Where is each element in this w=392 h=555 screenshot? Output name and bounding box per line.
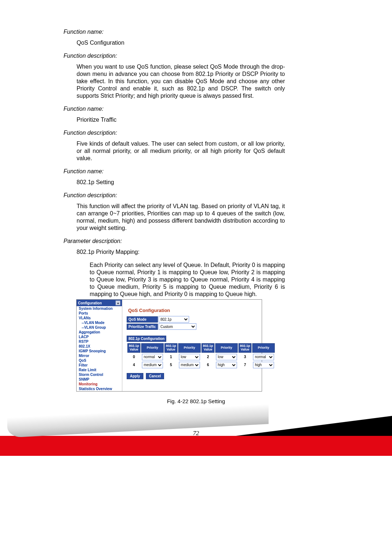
sidebar-item-vlan-group[interactable]: --VLAN Group xyxy=(77,325,122,330)
sidebar-title: Configuration xyxy=(78,301,102,305)
qos-configuration-screenshot: Configuration ▴ System InformationPortsV… xyxy=(76,299,262,392)
sidebar-item-igmp-snooping[interactable]: IGMP Snooping xyxy=(77,349,122,353)
sidebar-header: Configuration ▴ xyxy=(77,300,122,306)
col-header-value: 802.1pValue xyxy=(127,343,140,353)
function-name-label: Function name: xyxy=(64,168,285,175)
priority-mapping-text: Each Priority can select any level of Qu… xyxy=(90,262,285,298)
configuration-table: 802.1pValuePriority802.1pValuePriority80… xyxy=(127,343,275,369)
function-name-label: Function name: xyxy=(64,28,285,36)
prioritize-traffic-select[interactable]: Custom xyxy=(159,323,196,330)
sidebar: Configuration ▴ System InformationPortsV… xyxy=(77,300,122,391)
col-header-priority: Priority xyxy=(252,343,275,353)
table-row: 0normal1low2low3normal xyxy=(127,353,275,361)
sidebar-item-monitoring[interactable]: Monitoring xyxy=(77,382,122,386)
sidebar-item-ports[interactable]: Ports xyxy=(77,311,122,316)
function-description-text: Five kinds of default values. The user c… xyxy=(77,140,285,162)
button-row: Apply Cancel xyxy=(127,373,275,379)
prioritize-traffic-row: Prioritize Traffic Custom xyxy=(127,323,275,330)
priority-select[interactable]: normal xyxy=(142,354,163,360)
col-header-value: 802.1pValue xyxy=(201,343,215,353)
value-cell: 7 xyxy=(238,361,252,369)
function-description-label: Function description: xyxy=(64,192,285,199)
value-cell: 0 xyxy=(127,353,140,361)
function-description-text: This function will affect the priority o… xyxy=(77,203,285,232)
qos-mode-row: QoS Mode 802.1p xyxy=(127,316,275,323)
col-header-priority: Priority xyxy=(141,343,164,353)
figure-caption: Fig. 4-22 802.1p Setting xyxy=(0,398,392,404)
sidebar-item-aggregation[interactable]: Aggregation xyxy=(77,330,122,335)
priority-select[interactable]: low xyxy=(179,354,200,360)
sidebar-item-vlans[interactable]: VLANs xyxy=(77,316,122,320)
sidebar-item-filter[interactable]: Filter xyxy=(77,363,122,368)
priority-select[interactable]: medium xyxy=(179,362,200,368)
function-description-label: Function description: xyxy=(64,129,285,137)
sidebar-item-802-1x[interactable]: 802.1X xyxy=(77,344,122,349)
col-header-priority: Priority xyxy=(215,343,238,353)
apply-button[interactable]: Apply xyxy=(127,373,143,379)
cancel-button[interactable]: Cancel xyxy=(146,373,164,379)
scroll-up-icon[interactable]: ▴ xyxy=(115,300,121,305)
col-header-value: 802.1pValue xyxy=(238,343,252,353)
sidebar-item-mirror[interactable]: Mirror xyxy=(77,353,122,358)
sidebar-item-system-information[interactable]: System Information xyxy=(77,306,122,311)
sidebar-item-rstp[interactable]: RSTP xyxy=(77,339,122,344)
qos-mode-select[interactable]: 802.1p xyxy=(159,316,189,323)
priority-mapping-title: 802.1p Priority Mapping: xyxy=(77,248,285,256)
sidebar-item-vlan-mode[interactable]: --VLAN Mode xyxy=(77,320,122,325)
sidebar-item-statistics-overview[interactable]: Statistics Overview xyxy=(77,386,122,391)
qos-title: QoS Configuration xyxy=(128,308,275,313)
value-cell: 6 xyxy=(201,361,215,369)
section-title: 802.1p Configuration xyxy=(127,336,166,342)
footer-red-bar xyxy=(0,436,392,456)
function-name-value: 802.1p Setting xyxy=(77,179,285,186)
parameter-description-label: Parameter description: xyxy=(64,238,285,245)
sidebar-item-qos[interactable]: QoS xyxy=(77,358,122,363)
function-name-value: QoS Configuration xyxy=(77,39,285,46)
sidebar-item-rate-limit[interactable]: Rate Limit xyxy=(77,368,122,372)
sidebar-item-snmp[interactable]: SNMP xyxy=(77,377,122,382)
prioritize-traffic-label: Prioritize Traffic xyxy=(127,324,158,330)
value-cell: 5 xyxy=(164,361,177,369)
value-cell: 3 xyxy=(238,353,252,361)
col-header-priority: Priority xyxy=(178,343,201,353)
function-description-label: Function description: xyxy=(64,52,285,60)
function-name-value: Prioritize Traffic xyxy=(77,116,285,123)
table-row: 4medium5medium6high7high xyxy=(127,361,275,369)
col-header-value: 802.1pValue xyxy=(164,343,177,353)
function-name-label: Function name: xyxy=(64,105,285,113)
function-description-text: When you want to use QoS function, pleas… xyxy=(77,63,285,100)
value-cell: 1 xyxy=(164,353,177,361)
priority-select[interactable]: low xyxy=(216,354,237,360)
priority-select[interactable]: normal xyxy=(253,354,274,360)
value-cell: 2 xyxy=(201,353,215,361)
sidebar-item-lacp[interactable]: LACP xyxy=(77,335,122,339)
main-panel: QoS Configuration QoS Mode 802.1p Priori… xyxy=(122,300,278,391)
priority-select[interactable]: high xyxy=(216,362,237,368)
priority-select[interactable]: medium xyxy=(142,362,163,368)
value-cell: 4 xyxy=(127,361,140,369)
sidebar-item-storm-control[interactable]: Storm Control xyxy=(77,372,122,377)
page: Function name: QoS Configuration Functio… xyxy=(0,0,392,555)
qos-mode-label: QoS Mode xyxy=(127,316,158,323)
document-body: Function name: QoS Configuration Functio… xyxy=(64,28,285,304)
priority-select[interactable]: high xyxy=(253,362,274,368)
